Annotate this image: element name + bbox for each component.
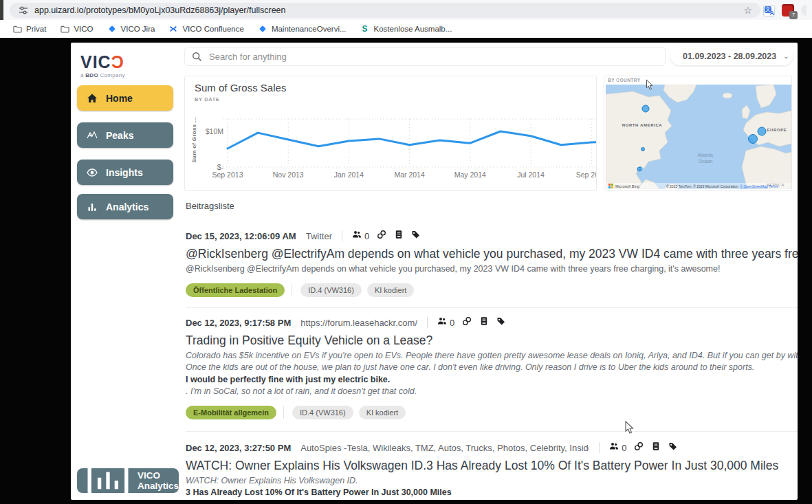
tag-pill[interactable]: E-Mobilität allgemein xyxy=(186,406,276,419)
post-title[interactable]: Trading in Positive Equity Vehicle on a … xyxy=(186,333,798,348)
y-tick-label: $- xyxy=(217,163,224,171)
sidebar-item-insights[interactable]: Insights xyxy=(77,160,173,185)
book-icon[interactable] xyxy=(479,316,489,329)
post-separator xyxy=(186,307,798,308)
post-source[interactable]: AutoSpies -Tesla, Wikileaks, TMZ, Autos,… xyxy=(300,443,589,453)
bookmark-item[interactable]: VICO Confluence xyxy=(163,22,250,36)
extension-icon[interactable]: 7 xyxy=(782,4,794,17)
divider xyxy=(342,230,342,241)
y-tick-label: $10M xyxy=(206,127,223,135)
bookmark-label: Privat xyxy=(26,25,46,33)
tag-pill[interactable]: ID.4 (VW316) xyxy=(292,406,353,419)
post-date: Dec 12, 2023, 9:17:58 PM xyxy=(186,318,291,328)
gross-sales-chart-card: Sum of Gross Sales BY DATE Sum of Gross … xyxy=(184,76,597,191)
divider xyxy=(427,317,428,328)
svg-text:Ocean: Ocean xyxy=(699,159,713,164)
bookmark-item[interactable]: VICO xyxy=(54,22,98,36)
post-body-line: I would be perfectly fine with just my e… xyxy=(186,374,798,386)
search-input[interactable] xyxy=(209,52,658,62)
tag-pill[interactable]: KI kodiert xyxy=(367,283,414,297)
translate-icon[interactable]: 文A xyxy=(763,5,775,17)
post-tags-row: E-Mobilität allgemeinID.4 (VW316)KI kodi… xyxy=(186,405,798,420)
search-icon xyxy=(192,52,202,62)
mouse-cursor xyxy=(624,421,635,435)
sidebar-item-vico-analytics[interactable]: VICO Analytics xyxy=(77,468,179,493)
post-list: Dec 15, 2023, 12:06:09 AMTwitter0@RickIs… xyxy=(186,220,798,500)
bing-map[interactable]: NORTH AMERICAEUROPEAFRICAAtlanticOcean© … xyxy=(606,85,791,189)
x-tick-label: Mar 2014 xyxy=(394,171,425,179)
x-tick-label: May 2014 xyxy=(454,171,486,179)
sidebar-item-home[interactable]: Home xyxy=(77,85,173,111)
map-bubble-canada xyxy=(642,105,649,112)
url-text[interactable]: app.uizard.io/prototypes/bM0yoLjx03uRdz6… xyxy=(34,6,740,15)
engagement-count: 0 xyxy=(622,443,626,453)
sidebar-item-analytics[interactable]: Analytics xyxy=(77,194,173,219)
link-icon[interactable] xyxy=(634,441,644,454)
tag-icon[interactable] xyxy=(668,441,678,454)
post-body-line: . I'm in SoCal, so not a lot of rain, an… xyxy=(186,386,798,397)
bookmark-label: VICO Confluence xyxy=(182,25,244,33)
post-item: Dec 12, 2023, 3:27:50 PMAutoSpies -Tesla… xyxy=(186,441,798,498)
audience-icon xyxy=(437,316,447,329)
bookmark-item[interactable]: Privat xyxy=(7,22,52,36)
post-actions: 0 xyxy=(437,316,506,329)
tag-pill[interactable]: ID.4 (VW316) xyxy=(300,283,362,297)
book-icon[interactable] xyxy=(651,441,661,454)
post-body: Colorado has $5k incentive on EVs if you… xyxy=(186,350,798,397)
post-date: Dec 12, 2023, 3:27:50 PM xyxy=(186,443,291,453)
link-icon[interactable] xyxy=(462,316,472,329)
post-date: Dec 15, 2023, 12:06:09 AM xyxy=(186,231,296,241)
post-title[interactable]: @RickIsenberg @ElectrifyAm depends on wh… xyxy=(186,247,798,261)
sales-line-series xyxy=(228,131,597,149)
tag-icon[interactable] xyxy=(411,230,421,242)
audience-icon xyxy=(352,230,362,242)
tag-pill[interactable]: Öffentliche Ladestation xyxy=(186,283,285,297)
x-tick-label: Nov 2013 xyxy=(273,171,304,179)
address-bar[interactable]: app.uizard.io/prototypes/bM0yoLjx03uRdz6… xyxy=(10,3,760,18)
x-tick-label: Sep 2014 xyxy=(576,171,597,179)
window-edge xyxy=(0,0,3,20)
sidebar-item-peaks[interactable]: Peaks xyxy=(77,122,173,148)
post-title[interactable]: WATCH: Owner Explains His Volkswagen ID.… xyxy=(186,459,798,473)
extension-badge: 7 xyxy=(789,11,798,19)
map-region-label: NORTH AMERICA xyxy=(622,123,663,127)
x-tick-label: Sep 2013 xyxy=(212,171,243,179)
home-icon xyxy=(87,93,98,104)
sidebar-item-label: VICO Analytics xyxy=(138,470,179,491)
book-icon[interactable] xyxy=(394,230,404,242)
audience-icon xyxy=(609,441,619,454)
post-item: Dec 15, 2023, 12:06:09 AMTwitter0@RickIs… xyxy=(186,229,798,298)
bookmark-label: VICO Jira xyxy=(121,25,155,33)
post-actions: 0 xyxy=(609,441,678,454)
bookmark-star-icon[interactable]: ☆ xyxy=(740,5,755,16)
bookmark-item[interactable]: SKostenlose Ausmalb... xyxy=(355,22,458,36)
profile-icon[interactable] xyxy=(801,5,806,16)
extensions-area: 文A 7 xyxy=(763,2,806,19)
tag-icon[interactable] xyxy=(496,316,506,329)
date-range-picker[interactable]: 01.09.2023 - 28.09.2023 ⌄ xyxy=(670,47,793,65)
post-body: @RickIsenberg @ElectrifyAm depends on wh… xyxy=(186,263,798,275)
bookmark-label: VICO xyxy=(74,25,93,33)
engagement-count: 0 xyxy=(450,318,454,328)
sidebar-item-label: Insights xyxy=(106,167,143,178)
site-settings-icon[interactable] xyxy=(18,5,29,16)
world-map[interactable]: NORTH AMERICAEUROPEAFRICAAtlanticOcean© … xyxy=(606,85,791,189)
search-bar[interactable] xyxy=(184,47,666,66)
post-source[interactable]: https://forum.leasehackr.com/ xyxy=(300,318,417,328)
post-item: Dec 12, 2023, 9:17:58 PMhttps://forum.le… xyxy=(186,316,798,420)
link-icon[interactable] xyxy=(377,230,386,242)
bookmark-item[interactable]: VICO Jira xyxy=(102,22,161,36)
tag-pill[interactable]: KI kodiert xyxy=(359,406,406,419)
post-meta-row: Dec 12, 2023, 3:27:50 PMAutoSpies -Tesla… xyxy=(186,441,798,454)
post-body-line: Colorado has $5k incentive on EVs if you… xyxy=(186,350,798,362)
map-attribution: © 2023 TomTom, © 2023 Microsoft Corporat… xyxy=(666,184,778,188)
engagement-count: 0 xyxy=(364,231,369,241)
jira-icon xyxy=(107,24,117,34)
post-source[interactable]: Twitter xyxy=(306,231,332,241)
bookmark-item[interactable]: MaintenanceOvervi... xyxy=(252,22,352,36)
post-meta-row: Dec 12, 2023, 9:17:58 PMhttps://forum.le… xyxy=(186,316,798,329)
ocean-label: Atlantic xyxy=(698,153,714,157)
logo-vic: VIC xyxy=(80,52,111,72)
bookmark-label: MaintenanceOvervi... xyxy=(272,25,347,33)
post-tags-row: Öffentliche LadestationID.4 (VW316)KI ko… xyxy=(186,283,798,298)
